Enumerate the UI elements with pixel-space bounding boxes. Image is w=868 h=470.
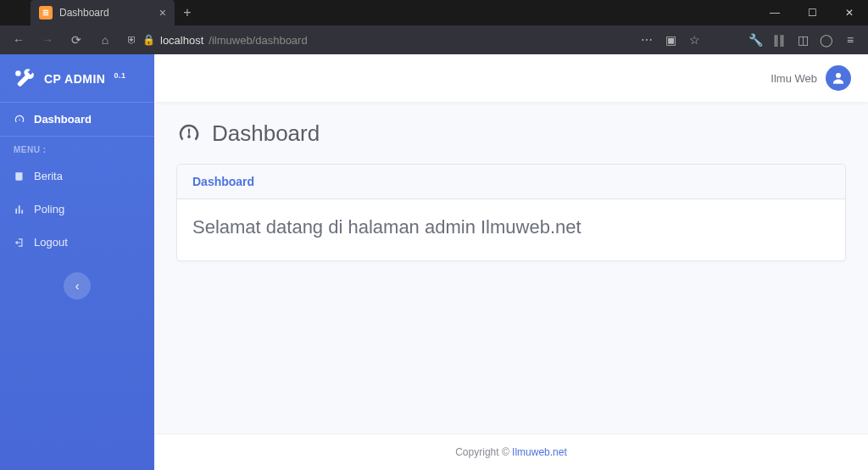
account-icon[interactable]: ◯: [815, 28, 837, 52]
topbar: Ilmu Web: [154, 54, 868, 102]
brand-text: CP ADMIN: [44, 72, 105, 86]
nav-back-button[interactable]: ←: [7, 28, 31, 52]
news-icon: [14, 171, 25, 182]
nav-reload-button[interactable]: ⟳: [64, 28, 88, 52]
url-path: /ilmuweb/dashboard: [209, 34, 307, 47]
page-title-text: Dashboard: [212, 120, 320, 147]
footer: Copyright © Ilmuweb.net: [154, 434, 868, 470]
sidebar-item-label: Berita: [34, 170, 63, 182]
wrench-gear-icon: [14, 68, 36, 90]
reader-icon[interactable]: ▣: [659, 28, 682, 52]
new-tab-button[interactable]: +: [175, 5, 200, 20]
user-menu[interactable]: Ilmu Web: [771, 65, 851, 91]
sidebar-toggle-icon[interactable]: ◫: [792, 28, 814, 52]
gauge-icon: [176, 121, 202, 147]
sidebar-collapse-button[interactable]: ‹: [64, 272, 91, 299]
sidebar-item-dashboard[interactable]: Dashboard: [0, 103, 154, 136]
main: Ilmu Web Dashboard Dashboard Selamat dat…: [154, 54, 868, 470]
bookmark-star-icon[interactable]: ☆: [683, 28, 705, 52]
browser-tab[interactable]: Dashboard ×: [31, 0, 175, 25]
sidebar-item-poling[interactable]: Poling: [0, 193, 154, 226]
footer-link[interactable]: Ilmuweb.net: [512, 446, 567, 458]
window-minimize-button[interactable]: —: [756, 0, 793, 25]
sidebar-heading: MENU :: [0, 137, 154, 159]
welcome-text: Selamat datang di halaman admin Ilmuweb.…: [177, 199, 845, 260]
window-controls: — ☐ ✕: [756, 0, 868, 25]
dashboard-card: Dashboard Selamat datang di halaman admi…: [176, 164, 846, 261]
browser-navbar: ← → ⟳ ⌂ ⛨ 🔒 localhost/ilmuweb/dashboard …: [0, 25, 868, 54]
shield-icon: ⛨: [127, 34, 137, 46]
sidebar-item-label: Dashboard: [34, 113, 92, 126]
hamburger-menu-icon[interactable]: ≡: [839, 28, 861, 52]
window-maximize-button[interactable]: ☐: [793, 0, 831, 25]
favicon-icon: [39, 6, 53, 20]
library-icon[interactable]: ∥∥: [768, 28, 790, 52]
content: Dashboard Dashboard Selamat datang di ha…: [154, 102, 868, 434]
sidebar-item-label: Logout: [34, 236, 68, 249]
devtools-icon[interactable]: 🔧: [744, 28, 766, 52]
sidebar-item-berita[interactable]: Berita: [0, 159, 154, 193]
username: Ilmu Web: [771, 72, 817, 85]
url-host: localhost: [160, 34, 203, 47]
card-header: Dashboard: [177, 165, 845, 199]
tab-title: Dashboard: [59, 7, 109, 19]
sidebar-item-label: Poling: [34, 203, 64, 215]
logout-icon: [14, 237, 25, 249]
brand[interactable]: CP ADMIN 0.1: [0, 54, 154, 102]
close-tab-icon[interactable]: ×: [159, 6, 166, 20]
page: CP ADMIN 0.1 Dashboard MENU : Berita Pol…: [0, 54, 868, 470]
brand-version: 0.1: [114, 71, 125, 80]
lock-icon: 🔒: [142, 34, 155, 46]
footer-prefix: Copyright ©: [455, 446, 512, 458]
bar-chart-icon: [14, 204, 25, 215]
browser-titlebar: Dashboard × + — ☐ ✕: [0, 0, 868, 25]
address-bar[interactable]: ⛨ 🔒 localhost/ilmuweb/dashboard: [122, 34, 631, 47]
chevron-left-icon: ‹: [75, 279, 80, 293]
avatar: [826, 65, 851, 91]
nav-home-button[interactable]: ⌂: [93, 28, 117, 52]
sidebar: CP ADMIN 0.1 Dashboard MENU : Berita Pol…: [0, 54, 154, 470]
sidebar-item-logout[interactable]: Logout: [0, 226, 154, 259]
page-title: Dashboard: [176, 120, 846, 147]
window-close-button[interactable]: ✕: [831, 0, 868, 25]
nav-forward-button[interactable]: →: [36, 28, 59, 52]
gauge-icon: [14, 114, 25, 126]
svg-point-0: [836, 73, 841, 78]
more-icon[interactable]: ⋯: [636, 28, 658, 52]
